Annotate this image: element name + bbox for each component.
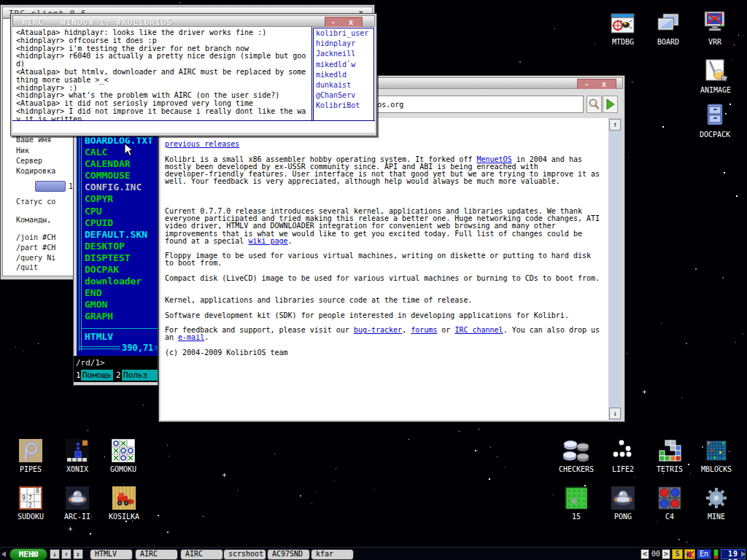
link[interactable]: forums [411,326,437,334]
taskbar-window-button[interactable]: HTMLV [90,549,133,560]
magnifier-icon[interactable] [587,96,602,113]
file-item[interactable]: BOARDLOG.TXT [85,135,158,147]
star [738,35,739,36]
desktop-icon-board[interactable]: BOARD [645,12,692,46]
star [690,473,691,474]
fkey-1-help[interactable]: Помощь [81,370,113,381]
speaker-mute-icon[interactable] [684,549,695,559]
desktop-icon-kosilka[interactable]: KOSILKA [101,486,147,521]
desktop-icon-pong[interactable]: PONG [600,486,646,521]
text-segment: or [437,326,454,334]
desktop-icon-sudoku[interactable]: 8 9 7 2 SUDOKU [7,486,54,521]
desktop-icon-checkers[interactable]: CHECKERS [553,439,600,473]
taskbar-window-button[interactable]: scrshoot [223,549,266,560]
file-item[interactable]: CALENDAR [85,158,158,170]
file-item[interactable]: GMON [85,299,158,311]
file-item[interactable]: CPU [85,206,158,217]
link[interactable]: previous releases [165,140,239,148]
window-up-icon[interactable]: ↑ [61,549,71,559]
chat-input[interactable] [12,121,375,133]
file-item[interactable]: DEFAULT.SKN [85,229,158,241]
star [627,353,627,354]
taskbar-window-button[interactable]: AC97SND [267,549,310,560]
kfar-window: BOARDLOG.TXTCALCCALENDARCOMMOUSECONFIG.I… [73,124,158,386]
text-segment: Software development kit (SDK) for peopl… [165,311,569,319]
desktop-icon-c4[interactable]: C4 [646,486,693,521]
star [125,521,127,522]
go-arrow-icon[interactable] [603,96,618,113]
user-list-item[interactable]: dunkaist [314,80,374,90]
taskbar-window-button[interactable]: kfar [311,549,354,560]
desktop-icon-vrr[interactable]: 60Hz VRR [692,10,738,46]
file-item[interactable]: CPUID [85,217,158,229]
close-icon[interactable]: x [344,18,358,27]
scroll-up-icon[interactable]: ↑ [609,119,621,131]
taskbar-window-button[interactable]: AIRC [180,549,223,560]
file-item[interactable]: GRAPH [85,311,158,322]
user-list-item[interactable]: hidnplayr [314,39,374,49]
browser-scrollbar[interactable]: ↑ ↓ [608,118,622,420]
fkey-2-num: 2 [116,370,121,380]
minimize-icon[interactable]: - [579,79,594,89]
checkers-pieces-icon [562,439,591,462]
taskbar-collapse-right-icon[interactable] [741,551,746,557]
link[interactable]: wiki page [248,237,287,245]
star [635,477,635,478]
airc-titlebar[interactable]: AIRC - WINDOW 1: #KOLIBRIOS - x [12,15,375,27]
file-item[interactable]: downloader [85,276,158,287]
desktop-icon-docpack[interactable]: DOCPACK [692,103,738,139]
file-item[interactable]: CALC [85,147,158,158]
window-updown-icon[interactable]: ↕ [73,549,83,559]
user-list-item[interactable]: Jackneill [314,49,374,59]
link[interactable]: IRC channel [454,326,503,334]
star [497,456,498,457]
minimize-icon[interactable]: - [326,18,341,27]
file-item[interactable]: DISPTEST [85,252,158,264]
menu-button[interactable]: МЕНЮ [9,548,47,560]
text-segment: . [288,237,293,245]
desktop-icon-mine[interactable]: MINE [693,486,740,521]
link[interactable]: e-mail [178,333,204,341]
desktop-icon-arcii[interactable]: ARC-II [54,486,101,521]
desktop-icon-life2[interactable]: LIFE2 [600,439,646,473]
user-list-item[interactable]: KolibriBot [314,101,374,111]
window-down-icon[interactable]: ↓ [50,549,60,559]
encoding-option-button[interactable] [35,181,66,192]
user-list-item[interactable]: @ChanServ [314,90,374,101]
close-icon[interactable]: x [597,79,611,89]
desktop-icon-mtdbg[interactable]: MTDBG [600,12,646,46]
desktop-icon-gomoku[interactable]: GOMOKU [100,439,147,473]
desktop-icon-pipes[interactable]: PIPES [7,439,54,473]
file-item[interactable]: CONFIG.INC [85,182,158,193]
next-desktop-button[interactable]: > [662,549,670,559]
fkey-2-user[interactable]: Польз [122,370,158,381]
desktop-icon-15[interactable]: 15 [553,486,600,521]
kfar-function-key-bar: 1 Помощь 2 Польз [74,369,158,382]
desktop-icon-mblocks[interactable]: MBLOCKS [693,439,740,473]
link[interactable]: bug-tracker [354,326,402,334]
desktop-icon-tetris[interactable]: TETRIS [646,439,693,473]
desktop-icon-xonix[interactable]: XONIX [54,439,101,473]
file-item[interactable]: COPYR [85,193,158,205]
file-item[interactable]: DESKTOP [85,241,158,252]
prev-desktop-button[interactable]: < [640,549,649,559]
user-list-item[interactable]: mikedld [314,70,374,80]
file-item[interactable]: END [85,287,158,299]
file-item[interactable]: COMMOUSE [85,170,158,182]
taskbar-window-button[interactable]: AIRC [135,549,178,560]
scroll-down-icon[interactable]: ↓ [609,408,621,419]
file-item[interactable]: DOCPAK [85,264,158,276]
desktop-icon-animage[interactable]: ANIMAGE [692,58,739,94]
user-list-item[interactable]: mikedld`w [314,60,374,70]
icon-label: TETRIS [646,465,693,473]
kfar-file-panel: BOARDLOG.TXTCALCCALENDARCOMMOUSECONFIG.I… [77,125,158,356]
star [311,503,312,504]
kfar-command-line[interactable]: /rd/1> [74,356,158,369]
taskbar-collapse-left-icon[interactable] [1,551,6,557]
life-cells-icon [611,439,635,462]
user-list-item[interactable]: kolibri_user [314,28,374,39]
sound-s-icon[interactable]: S [672,549,683,559]
icon-label: DOCPACK [692,131,738,139]
language-indicator[interactable]: En [697,549,711,559]
cpu-load-indicator[interactable] [713,549,719,559]
